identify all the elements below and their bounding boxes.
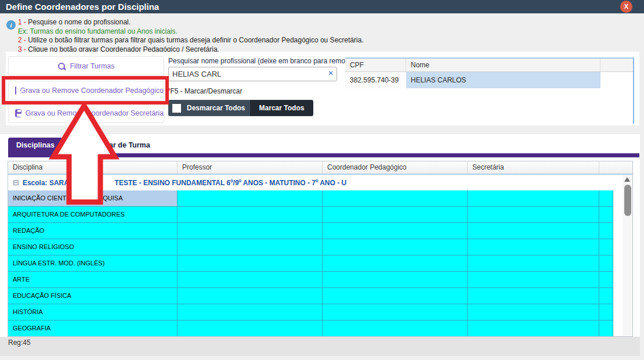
dialog-define-coordenadores: Define Coordenadores por Disciplina X i … [0,0,644,360]
disciplina-cell[interactable]: LÍNGUA ESTR. MOD. (INGLÊS) [8,255,178,272]
instruction-example: Ex: Turmas do ensino fundamental ou Anos… [18,27,364,37]
coordenador-cell[interactable] [323,321,468,337]
search-input[interactable] [168,67,337,81]
coordenador-cell[interactable] [323,207,468,223]
coordenador-cell[interactable] [323,190,468,207]
secretaria-cell[interactable] [468,272,599,288]
professor-cell[interactable] [178,304,323,321]
title-bar: Define Coordenadores por Disciplina X [0,0,644,13]
grid-header: Disciplina Professor Coordenador Pedagóg… [8,161,632,175]
disciplina-cell[interactable]: HISTÓRIA [8,304,178,321]
column-header-professor[interactable]: Professor [178,161,323,174]
record-count: Reg:45 [8,339,31,347]
disciplina-cell[interactable]: ARTE [8,272,178,288]
search-label: Pesquisar nome profissional (deixe em br… [168,57,357,65]
disciplina-cell[interactable]: INICIAÇÃO CIENTIFICA E PESQUISA [8,190,178,207]
save-icon [15,87,16,95]
disciplina-cell[interactable]: REDAÇÃO [8,223,178,239]
disciplina-cell[interactable]: GEOGRAFIA [8,321,178,337]
save-coordenador-secretaria-button[interactable]: Grava ou Remove Coordenador Secretária [8,103,164,123]
result-empty [600,72,634,88]
deselect-all-button[interactable]: Desmarcar Todos [168,100,250,116]
secretaria-cell[interactable] [468,304,599,321]
school-group-row[interactable]: ⊟ Escola: SARAH TESTE - ENSINO FUNDAMENT… [8,175,632,190]
result-nome: HELIAS CARLOS [406,72,600,88]
extra-cell [599,190,613,207]
page-title: Define Coordenadores por Disciplina [6,0,159,13]
instructions-block: 1 - Pesquise o nome do profissional. Ex:… [18,18,364,54]
table-row[interactable]: ENSINO RELIGIOSO [8,239,632,255]
result-row[interactable]: 382.595.740-39 HELIAS CARLOS [345,72,634,88]
mark-buttons-group: Desmarcar Todos Marcar Todos [168,100,313,116]
tab-auxiliar-de-turma[interactable]: Auxiliar de Turma [89,138,150,153]
extra-cell [599,223,613,239]
coordenador-cell[interactable] [323,272,468,288]
close-icon[interactable]: X [620,1,632,13]
disciplina-cell[interactable]: EDUCAÇÃO FÍSICA [8,288,178,304]
coordenador-cell[interactable] [323,255,468,272]
footer-bar: Reg:45 [0,337,640,356]
extra-cell [599,239,613,255]
save-coordenador-pedagogico-button[interactable]: Grava ou Remove Coordenador Pedagógico [8,81,164,100]
collapse-icon[interactable]: ⊟ [13,178,19,187]
professor-cell[interactable] [178,190,323,207]
professor-cell[interactable] [178,207,323,223]
table-row[interactable]: REDAÇÃO [8,223,632,239]
professor-cell[interactable] [178,255,323,272]
checkbox-icon [172,104,181,113]
professor-cell[interactable] [178,272,323,288]
table-row[interactable]: HISTÓRIA [8,304,632,321]
extra-cell [599,321,613,337]
table-row[interactable]: INICIAÇÃO CIENTIFICA E PESQUISA [8,190,632,207]
extra-cell [599,304,613,321]
column-header-coordenador[interactable]: Coordenador Pedagógico [323,161,468,174]
secretaria-cell[interactable] [468,288,599,304]
extra-cell [599,272,613,288]
instruction-line-1: 1 - Pesquise o nome do profissional. [18,18,364,27]
professor-cell[interactable] [178,321,323,337]
coordenador-cell[interactable] [323,239,468,255]
clear-input-icon[interactable]: × [326,69,335,79]
extra-cell [599,288,613,304]
info-icon: i [6,20,16,30]
table-row[interactable]: GEOGRAFIA [8,321,632,337]
results-right-border [633,57,634,124]
table-row[interactable]: LÍNGUA ESTR. MOD. (INGLÊS) [8,255,632,272]
column-header-empty [599,161,632,174]
disciplina-cell[interactable]: ARQUITETURA DE COMPUTADORES [8,207,178,223]
column-header-secretaria[interactable]: Secretária [468,161,599,174]
hotkey-note: *F5 - Marcar/Desmarcar [167,86,242,95]
save-icon [15,109,21,117]
search-icon [57,62,66,70]
extra-cell [599,207,613,223]
secretaria-cell[interactable] [468,207,599,223]
filter-turmas-button[interactable]: Filtrar Turmas [8,56,164,76]
scrollbar-thumb[interactable] [624,185,631,216]
professor-cell[interactable] [178,239,323,255]
secretaria-cell[interactable] [468,223,599,239]
coordenador-cell[interactable] [323,223,468,239]
tab-underline-bar [8,153,639,157]
column-header-disciplina[interactable]: Disciplina [8,161,178,174]
secretaria-cell[interactable] [468,190,599,207]
professor-cell[interactable] [178,288,323,304]
disciplina-cell[interactable]: ENSINO RELIGIOSO [8,239,178,255]
tab-disciplinas[interactable]: Disciplinas [8,138,63,153]
table-row[interactable]: EDUCAÇÃO FÍSICA [8,288,632,304]
vertical-scrollbar[interactable] [623,175,632,336]
column-header-cpf[interactable]: CPF [345,59,406,71]
table-row[interactable]: ARTE [8,272,632,288]
instruction-line-2: 2 - Utilize o botão filtrar turmas para … [18,36,364,45]
disciplinas-grid: Disciplina Professor Coordenador Pedagóg… [8,161,633,337]
secretaria-cell[interactable] [468,255,599,272]
select-all-button[interactable]: Marcar Todos [250,100,313,116]
secretaria-cell[interactable] [468,239,599,255]
coordenador-cell[interactable] [323,304,468,321]
scroll-up-icon[interactable] [624,177,630,182]
table-row[interactable]: ARQUITETURA DE COMPUTADORES [8,207,632,223]
coordenador-cell[interactable] [323,288,468,304]
secretaria-cell[interactable] [468,321,599,337]
result-cpf: 382.595.740-39 [345,72,406,88]
professor-cell[interactable] [178,223,323,239]
column-header-nome[interactable]: Nome [406,59,600,71]
